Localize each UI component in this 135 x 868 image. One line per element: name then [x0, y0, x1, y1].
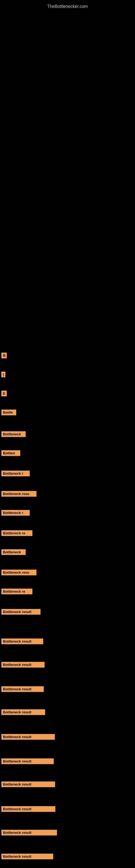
- bottleneck-item: Bottleneck result: [1, 830, 57, 837]
- bottleneck-item: |: [1, 372, 5, 378]
- bottleneck-item: Bottleneck re: [1, 589, 32, 595]
- bottleneck-item: E: [1, 391, 7, 397]
- bottleneck-result-label: Bottle: [1, 410, 16, 415]
- bottleneck-result-label: B: [1, 352, 7, 358]
- bottleneck-item: Bottleneck result: [1, 709, 45, 716]
- bottleneck-item: B: [1, 352, 7, 360]
- bottleneck-item: Bottleneck result: [1, 781, 55, 788]
- bottleneck-item: Bottleneck result: [1, 758, 54, 765]
- bottleneck-result-label: Bottleneck r: [1, 471, 30, 476]
- bottleneck-item: Bottleneck result: [1, 639, 43, 645]
- bottleneck-item: Bottleneck result: [1, 662, 45, 669]
- bottleneck-result-label: Bottleneck result: [1, 639, 43, 644]
- bottleneck-result-label: Bottleneck: [1, 431, 26, 437]
- bottleneck-result-label: Bottleneck result: [1, 609, 41, 615]
- bottleneck-item: Bottleneck r: [1, 510, 30, 517]
- bottleneck-item: Bottleneck resu: [1, 491, 37, 498]
- bottleneck-result-label: Bottleneck result: [1, 758, 54, 764]
- bottleneck-item: Bottleneck r: [1, 471, 30, 477]
- bottleneck-item: Bottleneck result: [1, 806, 55, 813]
- bottleneck-result-label: Bottleneck result: [1, 709, 45, 715]
- bottleneck-result-label: Bottleneck result: [1, 781, 55, 787]
- bottleneck-item: Bottleneck result: [1, 609, 41, 616]
- bottleneck-item: Bottleneck resu: [1, 569, 37, 577]
- bottleneck-result-label: Bottleneck result: [1, 686, 44, 692]
- bottleneck-result-label: Bottleneck result: [1, 830, 57, 835]
- bottleneck-item: Bottleneck: [1, 431, 26, 438]
- bottleneck-item: Bottleneck result: [1, 854, 53, 860]
- site-title: TheBottlenecker.com: [0, 1, 135, 12]
- bottleneck-result-label: |: [1, 372, 5, 377]
- bottleneck-result-label: Bottleneck result: [1, 662, 45, 668]
- bottleneck-result-label: Bottleneck result: [1, 854, 53, 859]
- bottleneck-item: Bottlen: [1, 450, 20, 457]
- bottleneck-result-label: Bottleneck r: [1, 510, 30, 516]
- bottleneck-result-label: Bottleneck resu: [1, 569, 37, 575]
- bottleneck-result-label: Bottleneck resu: [1, 491, 37, 497]
- bottleneck-item: Bottleneck re: [1, 530, 32, 537]
- bottleneck-result-label: Bottleneck result: [1, 734, 55, 740]
- bottleneck-item: Bottleneck result: [1, 686, 44, 693]
- bottleneck-item: Bottleneck result: [1, 734, 55, 741]
- bottleneck-item: Bottle: [1, 410, 16, 416]
- bottleneck-result-label: Bottleneck re: [1, 530, 32, 536]
- bottleneck-result-label: Bottlen: [1, 450, 20, 456]
- bottleneck-result-label: Bottleneck result: [1, 806, 55, 812]
- bottleneck-result-label: Bottleneck re: [1, 589, 32, 594]
- bottleneck-result-label: E: [1, 391, 7, 396]
- bottleneck-result-label: Bottleneck: [1, 549, 26, 555]
- bottleneck-item: Bottleneck: [1, 549, 26, 556]
